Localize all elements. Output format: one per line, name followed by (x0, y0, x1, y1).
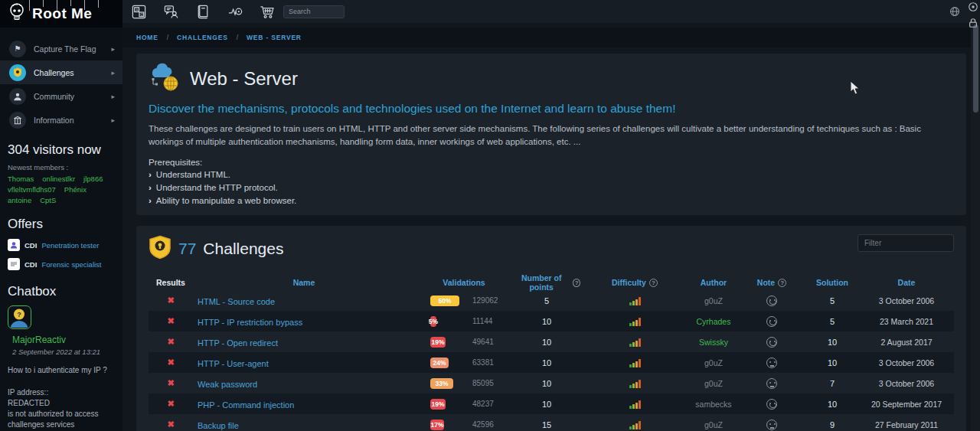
challenge-row: ✖ HTTP - Open redirect 19% 49641 10 Swis… (149, 331, 954, 352)
challenge-name-link[interactable]: Backup file (198, 421, 239, 430)
sidebar-item-capture-the-flag[interactable]: ⚑ Capture The Flag ▸ (0, 37, 122, 60)
chevron-right-icon: ▸ (111, 69, 115, 77)
column-header-validations[interactable]: Validations (415, 278, 513, 287)
challenge-name-link[interactable]: HTTP - Open redirect (198, 338, 278, 348)
solution-count: 10 (805, 338, 859, 347)
column-header-name[interactable]: Name (193, 278, 415, 287)
challenges-panel: 77 Challenges Results Name Validations N… (136, 226, 966, 431)
forum-icon[interactable] (162, 3, 179, 20)
scrollbar-thumb[interactable] (973, 24, 978, 113)
column-header-author[interactable]: Author (689, 278, 738, 287)
record-icon[interactable] (968, 2, 978, 15)
challenge-name-link[interactable]: HTML - Source code (198, 297, 275, 306)
chevron-right-icon: ▸ (111, 116, 115, 124)
svg-text:?: ? (17, 311, 21, 318)
author-link[interactable]: g0uZ (689, 358, 738, 367)
challenge-date: 27 February 2011 (859, 420, 954, 429)
home-logo-link[interactable]: Root Me (0, 0, 122, 28)
column-header-results[interactable]: Results (149, 278, 193, 287)
challenges-badge-icon (149, 235, 172, 263)
activity-target-icon[interactable] (227, 3, 243, 20)
validation-count: 48237 (472, 400, 494, 408)
scrollbar-track[interactable] (971, 0, 980, 431)
offer-contract-type: CDI (24, 260, 37, 269)
offer-contract-type: CDI (24, 241, 37, 250)
column-header-solution[interactable]: Solution (805, 278, 859, 287)
offer-item: CDI Penetration tester (0, 239, 122, 251)
documentation-icon[interactable] (194, 3, 211, 20)
author-link[interactable]: Swissky (689, 338, 738, 347)
challenge-row: ✖ HTML - Source code 50% 129062 5 g0uZ 5… (149, 290, 954, 311)
search-input[interactable] (283, 5, 345, 18)
chevron-right-icon: ▸ (111, 45, 115, 53)
challenge-row: ✖ Backup file 17% 42596 15 g0uZ 9 27 Feb… (149, 414, 954, 431)
breadcrumb-current[interactable]: WEB - SERVER (247, 34, 302, 41)
category-intro-panel: Web - Server Discover the mechanisms, pr… (136, 54, 966, 215)
svg-text:Q: Q (140, 12, 143, 16)
challenges-count-label: Challenges (203, 240, 283, 258)
offer-link[interactable]: Forensic specialist (41, 260, 101, 269)
author-link[interactable]: g0uZ (689, 379, 738, 388)
member-link[interactable]: onlinestlkr (42, 175, 75, 183)
faq-icon[interactable]: A Q (130, 3, 147, 20)
column-header-date[interactable]: Date (859, 278, 954, 287)
points-value: 10 (513, 338, 580, 347)
challenge-date: 2 August 2017 (859, 338, 954, 347)
help-icon[interactable] (573, 279, 580, 287)
not-solved-cross-icon: ✖ (149, 316, 193, 326)
column-header-note[interactable]: Note (738, 278, 805, 287)
challenges-table-body: ✖ HTML - Source code 50% 129062 5 g0uZ 5… (149, 290, 954, 431)
shop-cart-icon[interactable] (259, 3, 276, 20)
member-link[interactable]: CptS (40, 196, 56, 204)
author-link[interactable]: Cyrhades (689, 317, 738, 326)
not-solved-cross-icon: ✖ (149, 358, 193, 367)
member-link[interactable]: Phénix (64, 185, 87, 194)
difficulty-cell (580, 420, 689, 429)
breadcrumb-challenges-link[interactable]: CHALLENGES (177, 34, 228, 41)
chatbox-heading: Chatbox (0, 284, 122, 299)
author-link[interactable]: g0uZ (689, 420, 738, 429)
challenge-name-link[interactable]: HTTP - IP restriction bypass (198, 318, 302, 327)
lock-icon[interactable] (968, 18, 978, 31)
chevron-right-icon: ▸ (111, 93, 115, 100)
author-link[interactable]: g0uZ (689, 296, 738, 305)
member-link[interactable]: Thomas (8, 175, 34, 183)
help-icon[interactable] (778, 279, 786, 287)
sidebar-item-community[interactable]: Community ▸ (0, 84, 122, 108)
sidebar-item-information[interactable]: Information ▸ (0, 108, 122, 132)
sidebar-item-challenges[interactable]: Challenges ▸ (0, 60, 122, 84)
member-link[interactable]: antoine (8, 196, 31, 204)
challenge-name-link[interactable]: Weak password (198, 380, 257, 389)
web-server-cloud-globe-icon (149, 63, 182, 95)
member-link[interactable]: jlp866 (83, 175, 103, 183)
chat-username-link[interactable]: MajorReactiv (12, 335, 122, 345)
chat-timestamp: 2 September 2022 at 13:21 (12, 348, 122, 356)
note-cell (738, 378, 805, 389)
member-link[interactable]: vfleltvmfldhs07 (8, 185, 56, 194)
chat-user-avatar[interactable]: ? (8, 305, 31, 329)
validation-count: 129062 (472, 296, 498, 305)
help-icon[interactable] (649, 279, 658, 287)
solution-count: 5 (805, 296, 859, 305)
filter-input[interactable] (858, 234, 954, 252)
difficulty-bars-icon (629, 379, 641, 388)
newest-members-label: Newest members : (0, 163, 122, 171)
challenge-name-link[interactable]: PHP - Command injection (198, 400, 294, 410)
author-link[interactable]: sambecks (689, 400, 738, 409)
chat-message-line: REDACTED (8, 398, 116, 409)
offer-item: CDI Forensic specialist (0, 258, 122, 270)
visitors-count: 304 visitors now (0, 142, 122, 158)
chat-message-line: is not authorized to access (8, 409, 116, 420)
column-header-difficulty[interactable]: Difficulty (580, 278, 689, 287)
challenge-name-link[interactable]: HTTP - User-agent (198, 359, 269, 368)
language-globe-icon[interactable] (949, 5, 961, 21)
note-smiley-icon (766, 420, 777, 430)
offers-heading: Offers (0, 217, 122, 232)
chat-message: How to i authenticate my IP ? (8, 365, 122, 376)
breadcrumb-home-link[interactable]: HOME (136, 34, 158, 41)
note-cell (738, 358, 805, 368)
column-header-points[interactable]: Number of points (513, 273, 580, 292)
table-header-row: Results Name Validations Number of point… (149, 273, 954, 290)
offer-link[interactable]: Penetration tester (41, 241, 99, 250)
breadcrumb-separator: / (237, 34, 238, 41)
